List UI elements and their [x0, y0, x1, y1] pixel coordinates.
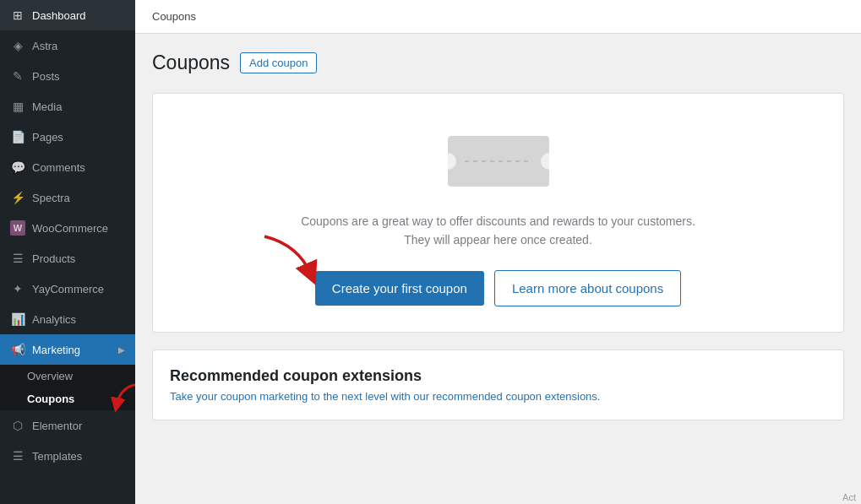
empty-state-card: Coupons are a great way to offer discoun… [152, 93, 844, 333]
action-buttons-row: Create your first coupon Learn more abou… [315, 270, 681, 306]
astra-icon: ◈ [10, 38, 25, 53]
products-icon: ☰ [10, 251, 25, 266]
sidebar-item-woocommerce[interactable]: W WooCommerce [0, 213, 135, 243]
recommended-subtitle: Take your coupon marketing to the next l… [170, 390, 826, 403]
act-label: Act [837, 490, 861, 504]
learn-more-button[interactable]: Learn more about coupons [494, 270, 681, 306]
sidebar-item-posts[interactable]: ✎ Posts [0, 61, 135, 91]
sidebar-item-products[interactable]: ☰ Products [0, 243, 135, 274]
sidebar-item-marketing[interactable]: 📢 Marketing ▶ [0, 334, 135, 365]
sidebar-subitem-overview[interactable]: Overview [0, 365, 135, 387]
sidebar-item-label: Pages [32, 131, 63, 144]
add-coupon-button[interactable]: Add coupon [240, 52, 317, 73]
spectra-icon: ⚡ [10, 190, 25, 205]
sidebar-item-label: Marketing [32, 344, 80, 356]
recommended-title: Recommended coupon extensions [170, 367, 826, 385]
sidebar-item-label: Media [32, 100, 62, 113]
sidebar-item-label: Elementor [32, 420, 82, 432]
sidebar-item-templates[interactable]: ☰ Templates [0, 441, 135, 471]
sidebar-item-dashboard[interactable]: ⊞ Dashboard [0, 0, 135, 30]
overview-label: Overview [27, 370, 73, 382]
marketing-icon: 📢 [10, 342, 25, 357]
sidebar-item-media[interactable]: ▦ Media [0, 91, 135, 122]
page-title-row: Coupons Add coupon [152, 51, 844, 76]
sidebar-item-astra[interactable]: ◈ Astra [0, 30, 135, 61]
marketing-submenu: Overview Coupons [0, 365, 135, 410]
sidebar-item-label: Analytics [32, 313, 76, 326]
sidebar-item-label: Posts [32, 70, 60, 83]
analytics-icon: 📊 [10, 312, 25, 327]
sidebar-item-label: Comments [32, 161, 85, 174]
empty-state-text: Coupons are a great way to offer discoun… [287, 212, 710, 250]
yaycommerce-icon: ✦ [10, 281, 25, 296]
sidebar: ⊞ Dashboard ◈ Astra ✎ Posts ▦ Media 📄 Pa… [0, 0, 135, 504]
sidebar-item-elementor[interactable]: ⬡ Elementor [0, 410, 135, 441]
templates-icon: ☰ [10, 448, 25, 463]
recommended-card: Recommended coupon extensions Take your … [152, 350, 844, 420]
sidebar-item-label: WooCommerce [32, 222, 108, 235]
page-title: Coupons [152, 51, 230, 76]
sidebar-item-label: Astra [32, 40, 57, 52]
sidebar-item-label: YayCommerce [32, 283, 104, 295]
sidebar-item-pages[interactable]: 📄 Pages [0, 122, 135, 152]
topbar: Coupons [135, 0, 861, 34]
sidebar-item-spectra[interactable]: ⚡ Spectra [0, 182, 135, 213]
sidebar-item-label: Products [32, 252, 75, 265]
sidebar-item-label: Templates [32, 450, 82, 463]
media-icon: ▦ [10, 99, 25, 114]
coupon-ticket-icon [448, 127, 549, 195]
comments-icon: 💬 [10, 160, 25, 175]
chevron-right-icon: ▶ [118, 345, 125, 355]
coupons-label: Coupons [27, 393, 74, 405]
sidebar-item-yaycommerce[interactable]: ✦ YayCommerce [0, 274, 135, 304]
sidebar-item-comments[interactable]: 💬 Comments [0, 152, 135, 182]
sidebar-item-analytics[interactable]: 📊 Analytics [0, 304, 135, 334]
elementor-icon: ⬡ [10, 418, 25, 433]
create-first-coupon-button[interactable]: Create your first coupon [315, 271, 484, 306]
sidebar-item-label: Spectra [32, 192, 70, 204]
dashboard-icon: ⊞ [10, 8, 25, 23]
red-arrow-coupons [108, 380, 135, 414]
content-area: Coupons Add coupon Coupons are a great w… [135, 34, 861, 504]
sidebar-item-label: Dashboard [32, 9, 86, 22]
red-arrow-create [248, 228, 324, 287]
pages-icon: 📄 [10, 129, 25, 144]
main-content: Coupons Coupons Add coupon Coupons are a… [135, 0, 861, 504]
woocommerce-icon: W [10, 220, 25, 236]
breadcrumb: Coupons [152, 10, 196, 23]
posts-icon: ✎ [10, 68, 25, 84]
